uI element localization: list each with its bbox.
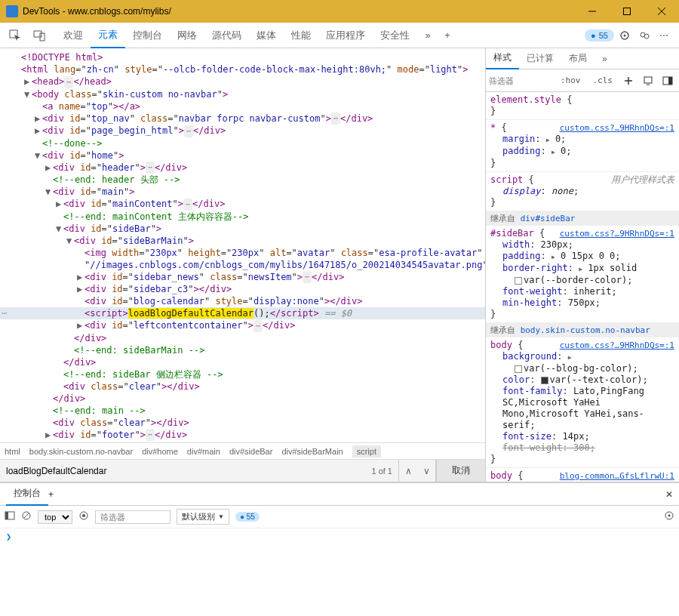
dom-node[interactable]: <div class="clear"></div> [0, 417, 485, 429]
console-tab[interactable]: 控制台 [6, 483, 48, 506]
rules-list[interactable]: element.style { } * {custom.css?…9HRhnDQ… [486, 92, 679, 482]
tab-欢迎[interactable]: 欢迎 [56, 23, 91, 48]
device-mode-icon[interactable] [640, 72, 656, 89]
hov-toggle[interactable]: :hov [556, 74, 585, 87]
body-rule[interactable]: body {custom.css?…9HRhnDQs=:1 background… [486, 337, 679, 468]
dom-node[interactable]: ▶<head>⋯</head> [0, 75, 485, 88]
dom-node[interactable]: ▶<div id="page_begin_html">⋯</div> [0, 125, 485, 137]
console-filter-input[interactable] [95, 510, 171, 524]
more-tabs-icon[interactable]: » [419, 26, 437, 45]
settings-icon[interactable] [616, 26, 634, 45]
tab-控制台[interactable]: 控制台 [125, 23, 170, 48]
drawer-add-tab-icon[interactable]: + [48, 489, 54, 500]
crumb[interactable]: div#sideBarMain [281, 447, 343, 456]
console-input[interactable]: ❯ [0, 528, 679, 571]
element-style-rule[interactable]: element.style { } [486, 92, 679, 120]
dom-node[interactable]: </div> [0, 356, 485, 368]
crumb[interactable]: div#main [187, 447, 220, 456]
dom-node[interactable]: <!--end: sideBar 侧边栏容器 --> [0, 368, 485, 380]
menu-icon[interactable]: ⋯ [655, 26, 673, 45]
dom-node[interactable]: <!--done--> [0, 137, 485, 149]
dom-node[interactable]: <!--end: header 头部 --> [0, 174, 485, 186]
tab-安全性[interactable]: 安全性 [373, 23, 417, 48]
dom-node[interactable]: <img width="230px" height="230px" alt="a… [0, 247, 485, 259]
dom-node[interactable]: ▼<div id="sideBar"> [0, 223, 485, 235]
tab-性能[interactable]: 性能 [284, 23, 318, 48]
tab-应用程序[interactable]: 应用程序 [318, 23, 373, 48]
script-ua-rule[interactable]: script {用户代理样式表 display: none; } [486, 172, 679, 211]
dom-node[interactable]: ▶<div id="header">⋯</div> [0, 162, 485, 174]
dom-node[interactable]: ▼<div id="main"> [0, 186, 485, 198]
search-next-icon[interactable]: ∨ [417, 460, 435, 482]
maximize-button[interactable] [610, 0, 644, 23]
dom-node[interactable]: <a name="top"></a> [0, 100, 485, 112]
crumb[interactable]: script [352, 445, 381, 457]
styles-tab[interactable]: 样式 [486, 48, 519, 69]
context-select[interactable]: top [38, 510, 72, 524]
tab-元素[interactable]: 元素 [91, 23, 125, 48]
crumb[interactable]: div#sideBar [229, 447, 272, 456]
toggle-pane-icon[interactable] [659, 72, 676, 89]
dom-node[interactable]: ⋯<script>loadBlogDefaultCalendar();</scr… [0, 307, 485, 319]
dom-node[interactable]: "//images.cnblogs.com/cnblogs_com/mylibs… [0, 259, 485, 271]
console-settings-icon[interactable] [664, 510, 674, 523]
dom-node[interactable]: <!--end: mainContent 主体内容容器--> [0, 211, 485, 223]
inherit-bar: 继承自 body.skin-custom.no-navbar [486, 323, 679, 337]
styles-tabs: 样式 已计算 布局 » [486, 48, 679, 69]
message-count-badge[interactable]: ● 55 [235, 512, 260, 522]
cls-toggle[interactable]: .cls [588, 74, 618, 87]
dom-node[interactable]: ▼<body class="skin-custom no-navbar"> [0, 88, 485, 100]
issue-count-badge[interactable]: ●55 [585, 29, 614, 42]
dom-node[interactable]: <!DOCTYPE html> [0, 51, 485, 63]
dom-node[interactable]: <!--end: main --> [0, 405, 485, 417]
dom-node[interactable]: ▶<div id="sidebar_c3"></div> [0, 283, 485, 295]
source-link[interactable]: custom.css?…9HRhnDQs=:1 [560, 228, 674, 239]
new-style-rule-icon[interactable] [620, 72, 637, 89]
minimize-button[interactable] [575, 0, 610, 23]
tab-源代码[interactable]: 源代码 [204, 23, 249, 48]
sidebar-rule[interactable]: #sideBar {custom.css?…9HRhnDQs=:1 width:… [486, 226, 679, 323]
source-link[interactable]: custom.css?…9HRhnDQs=:1 [560, 340, 674, 351]
dom-node[interactable]: </div> [0, 332, 485, 344]
dom-node[interactable]: <html lang="zh-cn" style="--olcb-folder-… [0, 63, 485, 75]
styles-filter-input[interactable] [489, 76, 527, 85]
more-styles-tabs-icon[interactable]: » [595, 48, 615, 69]
tab-媒体[interactable]: 媒体 [249, 23, 284, 48]
crumb[interactable]: html [5, 447, 20, 456]
search-cancel-button[interactable]: 取消 [436, 460, 485, 482]
drawer-close-icon[interactable]: ✕ [665, 489, 673, 500]
log-level-select[interactable]: 默认级别 ▼ [177, 509, 229, 525]
source-link[interactable]: custom.css?…9HRhnDQs=:1 [560, 122, 674, 134]
source-link[interactable]: blog-common…GfsLflrwU:1 [560, 470, 674, 482]
dom-tree[interactable]: <!DOCTYPE html><html lang="zh-cn" style=… [0, 48, 485, 442]
live-expression-icon[interactable] [78, 510, 89, 523]
dom-node[interactable]: ▶<div id="sidebar_news" class="newsItem"… [0, 271, 485, 284]
universal-rule[interactable]: * {custom.css?…9HRhnDQs=:1 margin: ▶ 0; … [486, 120, 679, 172]
new-tab-icon[interactable]: + [438, 26, 456, 45]
dom-node[interactable]: ▶<div id="leftcontentcontainer">⋯</div> [0, 319, 485, 332]
inspect-element-icon[interactable] [6, 26, 24, 45]
console-sidebar-toggle-icon[interactable] [5, 510, 15, 523]
device-toolbar-icon[interactable] [30, 26, 48, 45]
search-prev-icon[interactable]: ∧ [399, 460, 417, 482]
crumb[interactable]: div#home [142, 447, 178, 456]
dom-node[interactable]: <div id="blog-calendar" style="display:n… [0, 295, 485, 307]
body-rule-2[interactable]: body {blog-common…GfsLflrwU:1 font-famil… [486, 468, 679, 482]
search-input[interactable] [0, 466, 365, 476]
dom-node[interactable]: <!--end: footer --> [0, 441, 485, 442]
dom-node[interactable]: ▼<div id="home"> [0, 149, 485, 162]
computed-tab[interactable]: 已计算 [519, 48, 561, 69]
dom-node[interactable]: <!--end: sideBarMain --> [0, 344, 485, 356]
dom-node[interactable]: </div> [0, 393, 485, 405]
dom-node[interactable]: ▶<div id="mainContent">⋯</div> [0, 198, 485, 211]
close-button[interactable] [644, 0, 679, 23]
tab-网络[interactable]: 网络 [170, 23, 204, 48]
layout-tab[interactable]: 布局 [561, 48, 595, 69]
dom-node[interactable]: ▶<div id="top_nav" class="navbar forpc n… [0, 112, 485, 125]
feedback-icon[interactable] [635, 26, 653, 45]
dom-node[interactable]: ▶<div id="footer">⋯</div> [0, 429, 485, 442]
crumb[interactable]: body.skin-custom.no-navbar [29, 447, 133, 456]
clear-console-icon[interactable] [21, 510, 32, 523]
dom-node[interactable]: <div class="clear"></div> [0, 380, 485, 393]
dom-node[interactable]: ▼<div id="sideBarMain"> [0, 235, 485, 247]
